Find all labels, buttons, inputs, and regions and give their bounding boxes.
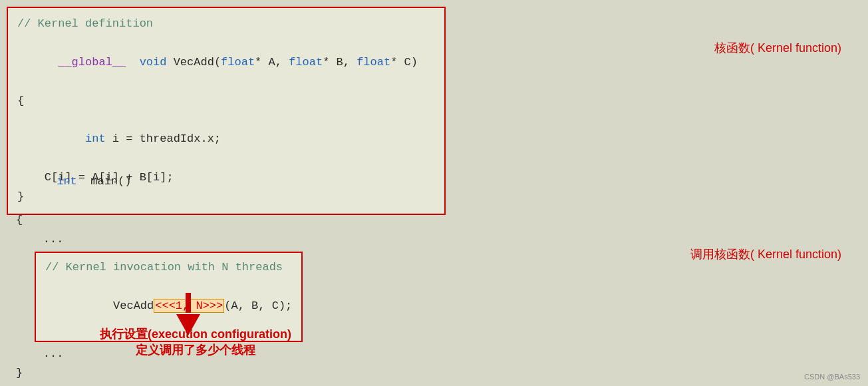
main-dots-1: ... <box>16 230 436 250</box>
kernel-comment: // Kernel definition <box>17 15 435 34</box>
kernel-signature: __global__ void VecAdd(float* A, float* … <box>17 34 435 92</box>
invocation-comment: // Kernel invocation with N threads <box>45 258 292 278</box>
arrow-shaft <box>186 293 191 313</box>
exec-annotation: 执行设置(execution configuration) 定义调用了多少个线程 <box>100 326 291 358</box>
watermark: CSDN @BAs533 <box>804 373 860 381</box>
page-container: // Kernel definition __global__ void Vec… <box>0 0 868 386</box>
kernel-open-brace: { <box>17 92 435 111</box>
main-open-brace: { <box>16 211 436 230</box>
main-close-brace: } <box>16 364 436 383</box>
kernel-annotation: 核函数( Kernel function) <box>714 40 841 56</box>
void-keyword: void <box>140 56 167 69</box>
invoke-annotation: 调用核函数( Kernel function) <box>690 246 841 262</box>
global-keyword: __global__ <box>58 56 126 69</box>
main-signature: int main() <box>16 153 436 211</box>
